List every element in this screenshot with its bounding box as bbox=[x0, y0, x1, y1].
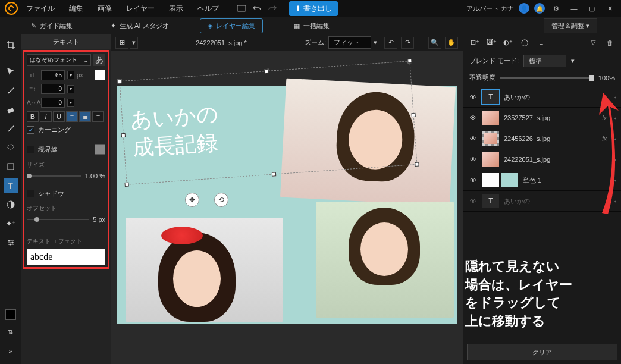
photo-layer[interactable] bbox=[316, 202, 454, 318]
settings-icon[interactable]: ⚙ bbox=[550, 2, 563, 15]
blend-mode-select[interactable]: 標準 bbox=[523, 55, 566, 67]
expand-icon[interactable]: ◂ bbox=[614, 136, 616, 142]
offset-slider[interactable] bbox=[27, 219, 89, 220]
move-handle[interactable]: ✥ bbox=[185, 193, 199, 207]
tablet-icon[interactable] bbox=[235, 2, 248, 15]
visibility-toggle[interactable]: 👁 bbox=[468, 114, 478, 121]
mode-ai[interactable]: ✦生成 AI スタジオ bbox=[104, 19, 176, 33]
canvas-view[interactable]: あいかの 成長記録 ✥ ⟲ bbox=[111, 51, 463, 364]
move-tool[interactable] bbox=[4, 64, 18, 79]
visibility-toggle[interactable]: 👁 bbox=[468, 197, 478, 205]
effect-preview[interactable]: abcde bbox=[27, 249, 105, 265]
add-image-icon[interactable]: 🖼⁺ bbox=[485, 37, 498, 49]
kerning-checkbox[interactable] bbox=[27, 126, 34, 134]
clear-button[interactable]: クリア bbox=[467, 344, 617, 360]
layer-thumbnail[interactable] bbox=[482, 131, 499, 146]
delete-icon[interactable]: 🗑 bbox=[603, 37, 616, 49]
expand-icon[interactable]: ◂ bbox=[614, 178, 616, 183]
layer-row[interactable]: 👁23527527_s.jpgfx◂ bbox=[463, 108, 621, 128]
mode-guide[interactable]: ✎ガイド編集 bbox=[24, 19, 80, 33]
grid-dropdown[interactable]: ▾ bbox=[130, 37, 138, 49]
visibility-toggle[interactable]: 👁 bbox=[468, 156, 478, 163]
photo-layer[interactable] bbox=[280, 79, 456, 206]
effects-tool[interactable]: ✦⁺ bbox=[4, 216, 18, 231]
shadow-checkbox[interactable] bbox=[27, 190, 34, 197]
expand-icon[interactable]: ◂ bbox=[614, 115, 616, 121]
zoom-select[interactable]: フィット bbox=[328, 36, 371, 49]
align-center-button[interactable]: ≣ bbox=[79, 111, 91, 122]
text-color-swatch[interactable] bbox=[95, 70, 105, 80]
eraser-tool[interactable] bbox=[4, 102, 18, 117]
chevron-down-icon[interactable]: ▾ bbox=[374, 39, 377, 46]
layer-thumbnail[interactable] bbox=[482, 111, 499, 125]
chevron-down-icon[interactable]: ▾ bbox=[571, 57, 575, 65]
font-select[interactable]: はなぞめフォント⌄ bbox=[27, 54, 91, 66]
mode-layer[interactable]: ◈レイヤー編集 bbox=[200, 18, 263, 33]
fx-badge[interactable]: fx bbox=[602, 94, 607, 101]
bold-button[interactable]: B bbox=[27, 111, 39, 122]
rotate-handle[interactable]: ⟲ bbox=[214, 193, 228, 207]
menu-layer[interactable]: レイヤー bbox=[120, 4, 161, 14]
visibility-toggle[interactable]: 👁 bbox=[468, 177, 478, 184]
border-color[interactable] bbox=[95, 144, 105, 155]
undo-icon[interactable] bbox=[250, 2, 264, 15]
close-icon[interactable]: ✕ bbox=[603, 2, 616, 15]
layer-thumbnail[interactable] bbox=[501, 173, 518, 187]
mode-batch[interactable]: ▦一括編集 bbox=[287, 19, 337, 33]
fx-badge[interactable]: fx bbox=[602, 136, 607, 142]
zoom-tool[interactable]: 🔍 bbox=[428, 37, 441, 49]
layer-row[interactable]: 👁単色 1◂ bbox=[463, 170, 621, 191]
line-spacing-input[interactable]: 0 bbox=[41, 84, 65, 94]
visibility-toggle[interactable]: 👁 bbox=[468, 93, 478, 101]
font-size-input[interactable]: 65 bbox=[41, 70, 65, 80]
rotate-left-icon[interactable]: ↶ bbox=[384, 37, 397, 49]
canvas[interactable]: あいかの 成長記録 ✥ ⟲ bbox=[117, 86, 457, 324]
fx-badge[interactable]: fx bbox=[602, 115, 607, 121]
underline-button[interactable]: U bbox=[53, 111, 65, 122]
layer-thumbnail[interactable]: T bbox=[482, 90, 499, 104]
expand-icon[interactable]: ◂ bbox=[614, 95, 616, 100]
chevron-down-icon[interactable]: ▾ bbox=[67, 85, 74, 93]
crop-tool[interactable] bbox=[4, 38, 18, 52]
pen-tool[interactable] bbox=[4, 121, 18, 136]
maximize-icon[interactable]: ▢ bbox=[585, 2, 598, 15]
add-adjust-icon[interactable]: ◐⁺ bbox=[501, 37, 515, 49]
border-checkbox[interactable] bbox=[27, 146, 34, 153]
user-avatar[interactable]: 👤 bbox=[519, 3, 529, 14]
char-spacing-input[interactable]: 0 bbox=[41, 98, 65, 108]
canvas-text[interactable]: あいかの 成長記録 bbox=[130, 101, 221, 162]
align-left-button[interactable]: ≡ bbox=[66, 111, 78, 122]
photo-layer[interactable] bbox=[126, 218, 283, 322]
shape-tool[interactable] bbox=[4, 159, 18, 174]
rotate-right-icon[interactable]: ↷ bbox=[401, 37, 414, 49]
layer-row[interactable]: 👁Tあいかのfx◂ bbox=[463, 87, 621, 108]
swap-colors-icon[interactable]: ⇅ bbox=[4, 325, 18, 339]
size-slider[interactable] bbox=[27, 175, 81, 177]
filter-icon[interactable]: ▽ bbox=[586, 37, 600, 49]
notification-icon[interactable]: 🔔 bbox=[534, 3, 545, 14]
visibility-toggle[interactable]: 👁 bbox=[468, 135, 478, 142]
menu-file[interactable]: ファイル bbox=[20, 4, 61, 14]
foreground-color[interactable] bbox=[5, 309, 16, 320]
text-tool[interactable]: T bbox=[4, 178, 18, 193]
menu-image[interactable]: 画像 bbox=[92, 4, 118, 14]
app-logo[interactable] bbox=[5, 2, 18, 15]
export-button[interactable]: ⬆ 書き出し bbox=[289, 1, 338, 16]
chevron-down-icon[interactable]: ▾ bbox=[67, 99, 74, 107]
layer-thumbnail[interactable]: T bbox=[482, 194, 499, 208]
list-icon[interactable]: ≡ bbox=[535, 37, 548, 49]
menu-edit[interactable]: 編集 bbox=[63, 4, 89, 14]
layer-thumbnail[interactable] bbox=[482, 152, 499, 167]
grid-button[interactable]: ⊞ bbox=[115, 37, 128, 49]
lasso-tool[interactable] bbox=[4, 140, 18, 155]
gradient-tool[interactable] bbox=[4, 197, 18, 212]
adjust-tool[interactable] bbox=[4, 236, 18, 250]
layer-row[interactable]: 👁24222051_s.jpg◂ bbox=[463, 149, 621, 170]
expand-icon[interactable]: ◂ bbox=[614, 157, 616, 162]
minimize-icon[interactable]: — bbox=[567, 2, 581, 15]
align-right-button[interactable]: ≡ bbox=[92, 111, 104, 122]
layer-row[interactable]: 👁22456226_s.jpgfx◂ bbox=[463, 128, 621, 149]
add-mask-icon[interactable]: ◯ bbox=[518, 37, 531, 49]
menu-view[interactable]: 表示 bbox=[163, 4, 189, 14]
italic-button[interactable]: I bbox=[40, 111, 52, 122]
